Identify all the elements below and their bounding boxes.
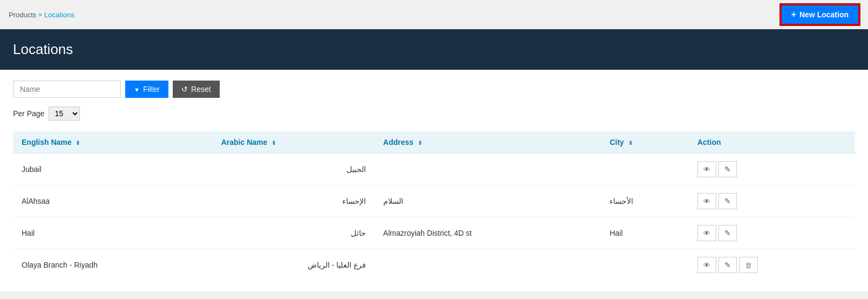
cell-city bbox=[601, 249, 689, 281]
edit-button[interactable] bbox=[718, 257, 737, 273]
table-row: Jubailالجبيل bbox=[13, 154, 855, 185]
cell-english-name: Jubail bbox=[13, 154, 213, 185]
edit-icon bbox=[724, 261, 731, 269]
cell-address bbox=[375, 249, 601, 281]
table-row: AlAhsaaالإحساءالسلامالأحساء bbox=[13, 185, 855, 217]
view-button[interactable] bbox=[697, 161, 716, 177]
new-location-button[interactable]: New Location bbox=[781, 4, 859, 25]
col-arabic-name[interactable]: Arabic Name ⇕ bbox=[213, 131, 375, 154]
top-bar: Products » Locations New Location bbox=[0, 0, 868, 29]
delete-icon bbox=[745, 261, 752, 269]
cell-address bbox=[375, 154, 601, 185]
view-button[interactable] bbox=[697, 257, 716, 273]
main-content: Filter Reset Per Page 15 25 50 100 Engli… bbox=[0, 70, 868, 291]
per-page-select[interactable]: 15 25 50 100 bbox=[49, 107, 80, 121]
table-header: English Name ⇕ Arabic Name ⇕ Address ⇕ C… bbox=[13, 131, 855, 154]
page-header: Locations bbox=[0, 29, 868, 70]
reset-button[interactable]: Reset bbox=[173, 81, 220, 98]
eye-icon bbox=[703, 165, 710, 174]
cell-action bbox=[689, 249, 855, 281]
cell-english-name: AlAhsaa bbox=[13, 185, 213, 217]
sort-icon-address: ⇕ bbox=[418, 140, 422, 146]
cell-action bbox=[689, 154, 855, 185]
plus-icon bbox=[791, 10, 796, 19]
edit-icon bbox=[724, 229, 731, 237]
table-row: HailحائلAlmazroyiah District, 4D stHail bbox=[13, 217, 855, 249]
col-address[interactable]: Address ⇕ bbox=[375, 131, 601, 154]
delete-button[interactable] bbox=[739, 257, 758, 273]
action-buttons bbox=[697, 257, 846, 273]
cell-english-name: Hail bbox=[13, 217, 213, 249]
cell-address: Almazroyiah District, 4D st bbox=[375, 217, 601, 249]
filter-icon bbox=[134, 85, 140, 94]
reset-icon bbox=[181, 85, 188, 94]
eye-icon bbox=[703, 229, 710, 237]
cell-city: الأحساء bbox=[601, 185, 689, 217]
per-page-label: Per Page bbox=[13, 109, 44, 118]
edit-icon bbox=[724, 197, 731, 205]
eye-icon bbox=[703, 261, 710, 269]
view-button[interactable] bbox=[697, 225, 716, 241]
sort-icon-city: ⇕ bbox=[628, 140, 633, 146]
locations-table: English Name ⇕ Arabic Name ⇕ Address ⇕ C… bbox=[13, 131, 855, 281]
cell-english-name: Olaya Branch - Riyadh bbox=[13, 249, 213, 281]
edit-button[interactable] bbox=[718, 161, 737, 177]
cell-action bbox=[689, 185, 855, 217]
cell-arabic-name: الجبيل bbox=[213, 154, 375, 185]
eye-icon bbox=[703, 197, 710, 205]
col-action: Action bbox=[689, 131, 855, 154]
edit-icon bbox=[724, 165, 731, 174]
cell-arabic-name: حائل bbox=[213, 217, 375, 249]
per-page-row: Per Page 15 25 50 100 bbox=[13, 107, 855, 121]
table-body: JubailالجبيلAlAhsaaالإحساءالسلامالأحساءH… bbox=[13, 154, 855, 281]
page-title: Locations bbox=[13, 41, 855, 58]
filter-button[interactable]: Filter bbox=[125, 81, 168, 98]
action-buttons bbox=[697, 193, 846, 209]
col-english-name[interactable]: English Name ⇕ bbox=[13, 131, 213, 154]
filter-bar: Filter Reset bbox=[13, 81, 855, 98]
cell-city bbox=[601, 154, 689, 185]
cell-address: السلام bbox=[375, 185, 601, 217]
cell-action bbox=[689, 217, 855, 249]
breadcrumb-products: Products bbox=[9, 11, 36, 19]
edit-button[interactable] bbox=[718, 193, 737, 209]
breadcrumb: Products » Locations bbox=[9, 11, 74, 19]
table-row: Olaya Branch - Riyadhفرع العليا - الرياض bbox=[13, 249, 855, 281]
cell-arabic-name: فرع العليا - الرياض bbox=[213, 249, 375, 281]
edit-button[interactable] bbox=[718, 225, 737, 241]
action-buttons bbox=[697, 225, 846, 241]
col-city[interactable]: City ⇕ bbox=[601, 131, 689, 154]
breadcrumb-separator: » bbox=[38, 11, 42, 18]
sort-icon-english: ⇕ bbox=[76, 140, 80, 146]
action-buttons bbox=[697, 161, 846, 177]
cell-arabic-name: الإحساء bbox=[213, 185, 375, 217]
cell-city: Hail bbox=[601, 217, 689, 249]
view-button[interactable] bbox=[697, 193, 716, 209]
sort-icon-arabic: ⇕ bbox=[272, 140, 276, 146]
name-input[interactable] bbox=[13, 81, 121, 98]
table-header-row: English Name ⇕ Arabic Name ⇕ Address ⇕ C… bbox=[13, 131, 855, 154]
breadcrumb-current[interactable]: Locations bbox=[44, 11, 74, 19]
